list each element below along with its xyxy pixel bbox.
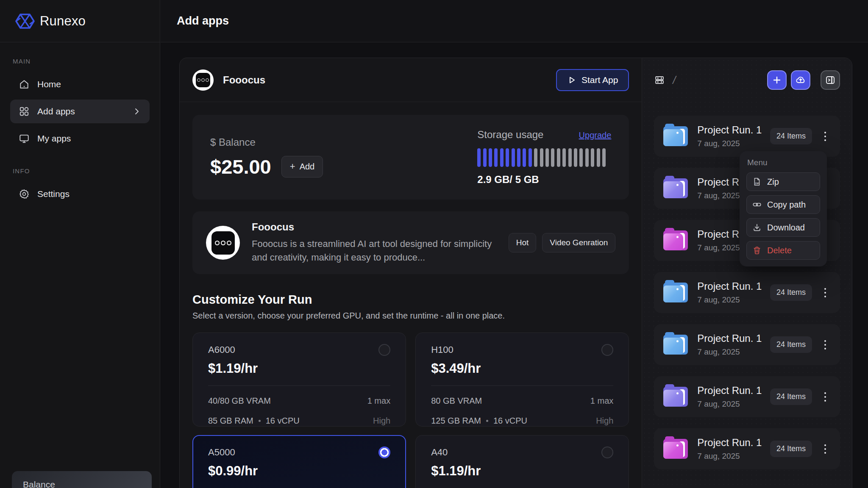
sidebar-balance-card[interactable]: Balance Upgrade [12, 471, 152, 488]
item-count-badge: 24 Items [770, 128, 812, 144]
menu-item-zip[interactable]: ZIP Zip [746, 172, 820, 191]
sidebar-nav: MAIN Home Add apps [0, 42, 160, 206]
balance-card: $ Balance $25.00 + Add Storage usage Upg… [192, 115, 629, 200]
project-row[interactable]: Project Run. 1 7 aug, 2025 24 Items [654, 376, 840, 417]
gpu-ram: 125 GB RAM [431, 416, 481, 426]
gpu-price: $1.19/hr [208, 361, 390, 376]
storage-usage: 2.9 GB/ 5 GB [477, 174, 611, 186]
storage-bar [506, 148, 509, 167]
gpu-radio[interactable] [601, 446, 613, 458]
files-header: / [642, 58, 852, 102]
gpu-radio[interactable] [378, 446, 390, 458]
storage-label: Storage usage [477, 129, 543, 141]
workspace-card: Fooocus Start App $ Balance $25.00 [179, 58, 852, 488]
context-menu-label: Menu [747, 158, 820, 167]
gpu-card[interactable]: H100 $3.49/hr 80 GB VRAM 1 max 125 GB RA… [415, 333, 629, 427]
upload-button[interactable] [791, 70, 810, 90]
sidebar-item-label: Add apps [37, 106, 75, 116]
plus-icon [772, 75, 782, 85]
sidebar-item-settings[interactable]: Settings [10, 182, 150, 206]
item-count-badge: 24 Items [770, 441, 812, 457]
dot-separator [486, 420, 488, 422]
new-folder-button[interactable] [767, 70, 787, 90]
storage-bar [534, 148, 537, 167]
storage-bar [540, 148, 543, 167]
project-title: Project Run. 1 [697, 333, 762, 344]
context-menu: Menu ZIP Zip Copy path Download [740, 151, 827, 266]
storage-bar [500, 148, 504, 167]
sidebar-item-add-apps[interactable]: Add apps [10, 100, 150, 123]
gpu-cpu: 16 vCPU [266, 416, 300, 426]
trash-icon [752, 246, 762, 255]
folder-icon [663, 283, 688, 302]
tag-video-generation[interactable]: Video Genration [542, 233, 615, 252]
app-info-description: Fooocus is a streamlined AI art tool des… [252, 237, 497, 264]
app-info-card: Fooocus Fooocus is a streamlined AI art … [192, 211, 629, 274]
gpu-card[interactable]: A5000 $0.99/hr [192, 435, 406, 488]
storage-bar [568, 148, 572, 167]
plus-icon: + [290, 162, 295, 171]
start-app-button[interactable]: Start App [556, 69, 629, 91]
storage-bar [512, 148, 515, 167]
menu-item-delete[interactable]: Delete [746, 241, 820, 260]
kebab-menu-icon[interactable] [820, 439, 831, 459]
storage-upgrade-link[interactable]: Upgrade [579, 130, 612, 140]
brand-logo[interactable]: Runexo [0, 0, 160, 42]
storage-bars [477, 148, 611, 167]
balance-amount: $25.00 [210, 155, 271, 178]
project-row[interactable]: Project Run. 1 7 aug, 2025 24 Items [654, 272, 840, 313]
customize-title: Customize Your Run [192, 293, 629, 307]
start-app-label: Start App [581, 75, 618, 85]
gpu-vram: 40/80 GB VRAM [208, 396, 271, 406]
collapse-panel-button[interactable] [821, 70, 840, 90]
sidebar-item-label: My apps [37, 133, 71, 144]
project-date: 7 aug, 2025 [697, 399, 762, 409]
storage-bar [529, 148, 532, 167]
project-row[interactable]: Project Run. 1 7 aug, 2025 24 Items [654, 324, 840, 365]
gpu-price: $3.49/hr [431, 361, 613, 376]
add-balance-button[interactable]: + Add [281, 156, 323, 177]
gpu-card[interactable]: A40 $1.19/hr [415, 435, 629, 488]
gpu-radio[interactable] [378, 344, 390, 356]
gpu-name: A6000 [208, 344, 235, 355]
project-date: 7 aug, 2025 [697, 139, 762, 148]
gpu-card[interactable]: A6000 $1.19/hr 40/80 GB VRAM 1 max 85 GB… [192, 333, 406, 427]
menu-item-download[interactable]: Download [746, 218, 820, 237]
app-header: Fooocus Start App [180, 58, 642, 102]
files-panel: / [642, 58, 852, 488]
kebab-menu-icon[interactable] [820, 127, 831, 146]
tag-hot[interactable]: Hot [509, 233, 537, 252]
brand-name: Runexo [40, 14, 86, 29]
project-row[interactable]: Project Run. 1 7 aug, 2025 24 Items [654, 428, 840, 469]
top-header: Add apps [161, 0, 868, 42]
kebab-menu-icon[interactable] [820, 283, 831, 302]
gpu-name: H100 [431, 344, 453, 355]
panel-collapse-icon [825, 75, 836, 86]
item-count-badge: 24 Items [770, 336, 812, 353]
sidebar-balance-label: Balance [23, 480, 55, 488]
sidebar-item-home[interactable]: Home [10, 72, 150, 96]
download-icon [752, 223, 762, 232]
folder-icon [663, 439, 688, 459]
project-row[interactable]: Project Run. 1 7 aug, 2025 24 Items [654, 116, 840, 157]
play-icon [567, 75, 576, 85]
home-icon [19, 79, 30, 90]
kebab-menu-icon[interactable] [820, 387, 831, 407]
menu-item-label: Copy path [767, 200, 806, 210]
drive-stack-icon [654, 75, 665, 86]
files-breadcrumb[interactable]: / [654, 74, 676, 87]
kebab-menu-icon[interactable] [820, 335, 831, 355]
fooocus-app-icon [192, 69, 214, 91]
add-balance-label: Add [300, 162, 315, 172]
storage-bar [545, 148, 549, 167]
app-info-title: Fooocus [252, 221, 497, 233]
storage-block: Storage usage Upgrade 2.9 GB/ 5 GB [477, 129, 611, 186]
storage-bar [597, 148, 600, 167]
storage-bar [591, 148, 594, 167]
sidebar-item-label: Home [37, 79, 61, 89]
sidebar-item-my-apps[interactable]: My apps [10, 127, 150, 150]
gpu-radio[interactable] [601, 344, 613, 356]
storage-bar [483, 148, 487, 167]
menu-item-copy-path[interactable]: Copy path [746, 195, 820, 214]
menu-item-label: Delete [767, 246, 792, 255]
